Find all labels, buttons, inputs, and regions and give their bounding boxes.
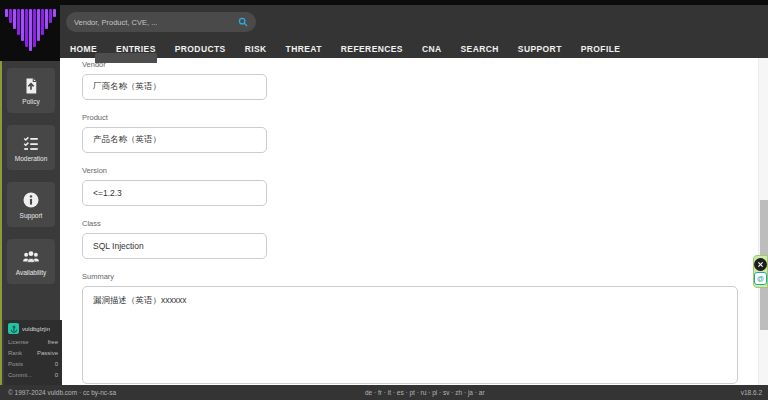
people-group-icon — [22, 248, 40, 266]
info-circle-icon — [22, 191, 40, 209]
sidebar-label-availability: Availability — [16, 269, 47, 276]
nav-item-references[interactable]: REFERENCES — [341, 44, 403, 54]
user-avatar — [8, 323, 19, 334]
username: vuldbglzjin — [22, 326, 50, 332]
top-header: HOME ENTRIES PRODUCTS RISK THREAT REFERE… — [0, 0, 768, 58]
vuldb-logo-icon — [5, 9, 56, 51]
copyright-text: © 1997-2024 vuldb.com · cc by-nc-sa — [8, 389, 116, 396]
nav-item-products[interactable]: PRODUCTS — [175, 44, 226, 54]
user-stat-commits: Commi... 0 — [8, 370, 58, 381]
checklist-icon — [22, 134, 40, 152]
stat-value: 0 — [55, 370, 58, 381]
nav-item-entries[interactable]: ENTRIES — [116, 44, 156, 54]
nav-item-profile[interactable]: PROFILE — [581, 44, 621, 54]
vertical-scrollbar[interactable] — [758, 58, 768, 385]
search-input[interactable] — [74, 18, 238, 27]
widget-close-button[interactable] — [754, 258, 767, 271]
sidebar-item-support[interactable]: Support — [7, 182, 55, 227]
nav-item-cna[interactable]: CNA — [422, 44, 442, 54]
document-upload-icon — [22, 77, 40, 95]
widget-app-icon: @ — [757, 275, 764, 282]
stat-value: free — [48, 337, 58, 348]
summary-field[interactable]: 漏洞描述（英语）xxxxxx — [82, 286, 738, 384]
version-text: v18.6.2 — [741, 389, 762, 396]
user-panel: vuldbglzjin License free Rank Passive Po… — [4, 320, 62, 385]
sidebar-item-moderation[interactable]: Moderation — [7, 125, 55, 170]
class-field[interactable] — [82, 233, 267, 259]
class-label: Class — [82, 219, 758, 228]
stat-label: Commi... — [8, 370, 32, 381]
close-icon — [757, 261, 764, 268]
nav-item-risk[interactable]: RISK — [245, 44, 267, 54]
entry-form-panel: Vendor Product Version Class Summary 漏洞描… — [62, 58, 758, 385]
product-field[interactable] — [82, 127, 267, 153]
browser-extension-widget: @ — [753, 255, 768, 288]
user-stat-rank: Rank Passive — [8, 348, 58, 359]
language-links[interactable]: de · fr · it · es · pt · ru · pl · sv · … — [365, 389, 485, 396]
stat-label: Posts — [8, 359, 23, 370]
version-field[interactable] — [82, 180, 267, 206]
stat-value: Passive — [37, 348, 58, 359]
nav-item-support[interactable]: SUPPORT — [518, 44, 562, 54]
version-label: Version — [82, 166, 758, 175]
product-label: Product — [82, 113, 758, 122]
nav-item-home[interactable]: HOME — [70, 44, 97, 54]
main-nav: HOME ENTRIES PRODUCTS RISK THREAT REFERE… — [70, 39, 620, 58]
user-stat-posts: Posts 0 — [8, 359, 58, 370]
stat-label: License — [8, 337, 29, 348]
vulnerability-entry-form: Vendor Product Version Class Summary 漏洞描… — [62, 58, 758, 384]
nav-item-search[interactable]: SEARCH — [461, 44, 499, 54]
footer-bar: © 1997-2024 vuldb.com · cc by-nc-sa de ·… — [0, 385, 768, 400]
anchor-icon — [10, 325, 18, 333]
sidebar-label-moderation: Moderation — [15, 155, 48, 162]
user-identity[interactable]: vuldbglzjin — [8, 323, 58, 334]
sidebar-item-availability[interactable]: Availability — [7, 239, 55, 284]
vuldb-app: HOME ENTRIES PRODUCTS RISK THREAT REFERE… — [0, 0, 768, 400]
summary-label: Summary — [82, 272, 758, 281]
stat-label: Rank — [8, 348, 22, 359]
vendor-label: Vendor — [82, 60, 758, 69]
nav-item-threat[interactable]: THREAT — [286, 44, 322, 54]
global-search[interactable] — [66, 12, 256, 32]
stat-value: 0 — [55, 359, 58, 370]
user-stat-license: License free — [8, 337, 58, 348]
vuldb-logo[interactable] — [0, 0, 60, 61]
search-icon[interactable] — [238, 17, 248, 27]
sidebar-label-policy: Policy — [22, 98, 39, 105]
vendor-field[interactable] — [82, 74, 267, 100]
widget-app-button[interactable]: @ — [754, 272, 767, 285]
left-sidebar: Policy Moderation Support — [0, 58, 60, 385]
sidebar-label-support: Support — [20, 212, 43, 219]
sidebar-item-policy[interactable]: Policy — [7, 68, 55, 113]
